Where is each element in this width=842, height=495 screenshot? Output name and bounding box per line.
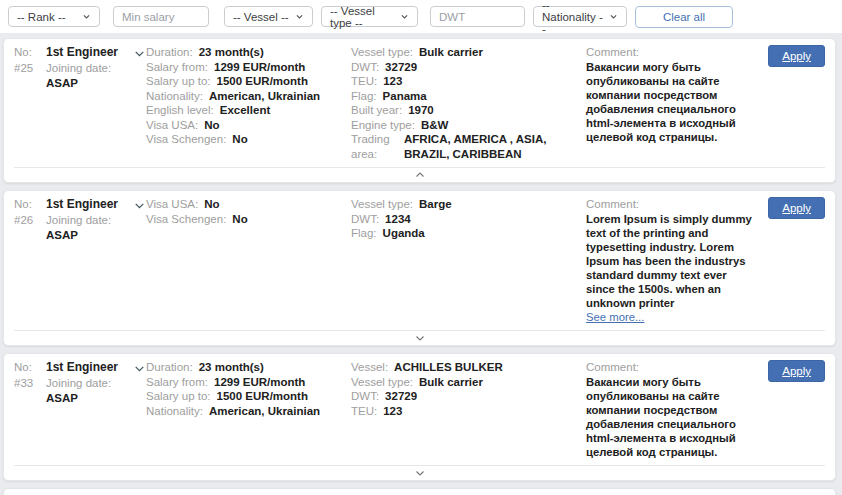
no-label: No: bbox=[14, 360, 44, 375]
detail-label: Vessel type: bbox=[351, 45, 413, 60]
chevron-down-icon[interactable] bbox=[133, 47, 146, 60]
detail-label: Vessel type: bbox=[351, 375, 413, 390]
detail-row: DWT:32729 bbox=[351, 60, 586, 75]
detail-value: 1970 bbox=[408, 103, 586, 118]
comment-block: Comment: Lorem Ipsum is simply dummy tex… bbox=[586, 197, 768, 324]
detail-value: No bbox=[232, 212, 351, 227]
rank-title: 1st Engineer bbox=[46, 45, 132, 60]
detail-label: Vessel type: bbox=[351, 197, 413, 212]
detail-label: Visa Schengen: bbox=[146, 212, 226, 227]
rank-select[interactable]: -- Rank -- bbox=[8, 6, 100, 27]
dwt-input[interactable] bbox=[430, 6, 525, 27]
detail-row: Visa USA:No bbox=[146, 197, 351, 212]
detail-label: TEU: bbox=[351, 74, 377, 89]
joining-date-label: Joining date: bbox=[46, 61, 132, 76]
apply-button[interactable]: Apply bbox=[768, 45, 825, 67]
vessel-select[interactable]: -- Vessel -- bbox=[224, 6, 313, 27]
chevron-down-icon bbox=[82, 12, 91, 21]
chevron-down-icon bbox=[400, 12, 409, 21]
chevron-down-icon[interactable] bbox=[133, 199, 146, 212]
detail-value: 32729 bbox=[385, 389, 586, 404]
apply-button[interactable]: Apply bbox=[768, 197, 825, 219]
min-salary-input[interactable] bbox=[113, 6, 209, 27]
vessel-select-value: -- Vessel -- bbox=[233, 11, 289, 23]
detail-value: AFRICA, AMERICA , ASIA, BRAZIL, CARIBBEA… bbox=[404, 132, 586, 161]
detail-value: 1500 EUR/month bbox=[217, 74, 351, 89]
chevron-down-icon bbox=[295, 12, 304, 21]
rank-title: 1st Engineer bbox=[46, 360, 132, 375]
detail-value: 123 bbox=[383, 404, 586, 419]
detail-value: ACHILLES BULKER bbox=[394, 360, 586, 375]
joining-date-label: Joining date: bbox=[46, 376, 132, 391]
detail-row: TEU:123 bbox=[351, 74, 586, 89]
vessel-type-select[interactable]: -- Vessel type -- bbox=[321, 6, 418, 27]
detail-row: DWT:32729 bbox=[351, 389, 586, 404]
comment-text: Lorem Ipsum is simply dummy text of the … bbox=[586, 212, 758, 310]
detail-label: DWT: bbox=[351, 389, 379, 404]
chevron-down-icon bbox=[414, 467, 426, 479]
detail-value: 123 bbox=[383, 74, 586, 89]
detail-row: Salary from:1299 EUR/month bbox=[146, 60, 351, 75]
detail-value: American, Ukrainian bbox=[209, 404, 351, 419]
detail-label: TEU: bbox=[351, 404, 377, 419]
detail-row: Vessel type:Bulk carrier bbox=[351, 375, 586, 390]
comment-block: Comment: Вакансии могу быть опубликованы… bbox=[586, 45, 768, 161]
chevron-down-icon bbox=[609, 12, 618, 21]
vacancy-id-column: No: 1st Engineer #33 Joining date: ASAP bbox=[14, 360, 146, 459]
apply-column: Apply bbox=[768, 360, 825, 459]
comment-label: Comment: bbox=[586, 197, 758, 212]
nationality-select[interactable]: -- Nationality -- bbox=[533, 6, 627, 27]
details-column-2: Vessel type:Bulk carrierDWT:32729TEU:123… bbox=[351, 45, 586, 161]
card-expand-toggle[interactable] bbox=[14, 167, 825, 182]
detail-row: Salary up to:1500 EUR/month bbox=[146, 389, 351, 404]
detail-value: 32729 bbox=[385, 60, 586, 75]
vacancy-card: No: 1st Engineer #38 Joining date: ASAP … bbox=[3, 488, 836, 495]
detail-row: Salary up to:1500 EUR/month bbox=[146, 74, 351, 89]
detail-label: Visa USA: bbox=[146, 118, 198, 133]
detail-row: English level:Excellent bbox=[146, 103, 351, 118]
detail-value: No bbox=[232, 132, 351, 147]
detail-value: 23 month(s) bbox=[199, 45, 351, 60]
vacancy-card: No: 1st Engineer #33 Joining date: ASAP … bbox=[3, 353, 836, 481]
detail-label: Salary from: bbox=[146, 60, 208, 75]
detail-label: Flag: bbox=[351, 89, 377, 104]
detail-row: Flag:Uganda bbox=[351, 226, 586, 241]
detail-row: Vessel:ACHILLES BULKER bbox=[351, 360, 586, 375]
clear-all-button[interactable]: Clear all bbox=[635, 6, 733, 28]
apply-button[interactable]: Apply bbox=[768, 360, 825, 382]
detail-row: Visa Schengen:No bbox=[146, 212, 351, 227]
vessel-type-select-value: -- Vessel type -- bbox=[330, 5, 394, 29]
vacancy-card-body: No: 1st Engineer #26 Joining date: ASAP … bbox=[4, 191, 835, 330]
detail-value: Excellent bbox=[220, 103, 351, 118]
detail-row: Nationality:American, Ukrainian bbox=[146, 89, 351, 104]
detail-row: Vessel type:Barge bbox=[351, 197, 586, 212]
joining-date-value: ASAP bbox=[46, 391, 132, 406]
detail-value: No bbox=[204, 197, 351, 212]
comment-label: Comment: bbox=[586, 360, 758, 375]
detail-value: Bulk carrier bbox=[419, 375, 586, 390]
nationality-select-value: -- Nationality -- bbox=[542, 0, 603, 35]
detail-value: Bulk carrier bbox=[419, 45, 586, 60]
detail-value: American, Ukrainian bbox=[209, 89, 351, 104]
detail-label: Nationality: bbox=[146, 404, 203, 419]
detail-label: Visa Schengen: bbox=[146, 132, 226, 147]
detail-label: Duration: bbox=[146, 45, 193, 60]
apply-column: Apply bbox=[768, 197, 825, 324]
chevron-down-icon bbox=[414, 332, 426, 344]
vacancy-id-column: No: 1st Engineer #25 Joining date: ASAP bbox=[14, 45, 146, 161]
card-expand-toggle[interactable] bbox=[14, 330, 825, 345]
rank-select-value: -- Rank -- bbox=[17, 11, 66, 23]
detail-value: 1500 EUR/month bbox=[217, 389, 351, 404]
detail-row: Salary from:1299 EUR/month bbox=[146, 375, 351, 390]
chevron-down-icon[interactable] bbox=[133, 362, 146, 375]
vacancy-number: #33 bbox=[14, 376, 44, 391]
detail-label: Vessel: bbox=[351, 360, 388, 375]
detail-row: Visa USA:No bbox=[146, 118, 351, 133]
detail-label: Duration: bbox=[146, 360, 193, 375]
card-expand-toggle[interactable] bbox=[14, 465, 825, 480]
detail-row: Nationality:American, Ukrainian bbox=[146, 404, 351, 419]
detail-label: Built year: bbox=[351, 103, 402, 118]
see-more-link[interactable]: See more... bbox=[586, 311, 644, 324]
detail-value: Barge bbox=[419, 197, 586, 212]
details-column-1: Duration:23 month(s)Salary from:1299 EUR… bbox=[146, 360, 351, 459]
